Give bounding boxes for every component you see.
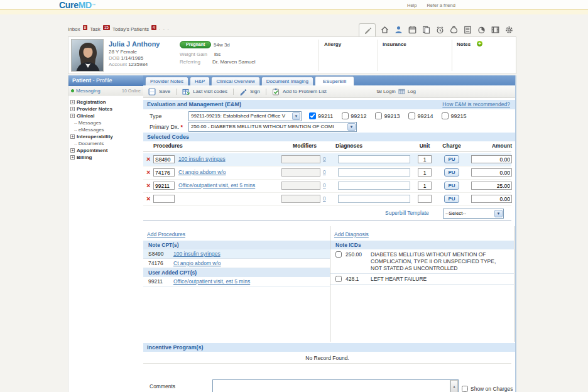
sidebar-item-appointment[interactable]: Appointment bbox=[70, 147, 143, 154]
calendar-icon[interactable] bbox=[408, 25, 417, 35]
procedure-name-link[interactable]: 100 insulin syringes bbox=[178, 156, 226, 162]
dropdown-arrow-icon[interactable]: ▼ bbox=[292, 112, 300, 120]
price-update-button[interactable]: PU bbox=[444, 168, 459, 177]
procedure-code-input[interactable] bbox=[153, 182, 175, 190]
sidebar-item-interoperability[interactable]: Interoperability bbox=[70, 133, 143, 140]
todays-patients-link[interactable]: Today's Patients bbox=[112, 26, 149, 32]
dropdown-arrow-icon[interactable]: ▼ bbox=[494, 210, 503, 217]
checkbox-99215[interactable] bbox=[442, 112, 449, 119]
alarm-clock-icon[interactable] bbox=[435, 25, 445, 35]
price-update-button[interactable]: PU bbox=[444, 182, 459, 190]
expand-icon[interactable] bbox=[70, 100, 75, 104]
primary-dx-select[interactable]: 250.00 - DIABETES MELLITUS WITHOUT MENTI… bbox=[188, 122, 357, 132]
unit-input[interactable] bbox=[418, 195, 432, 203]
price-update-button[interactable]: PU bbox=[444, 195, 459, 203]
delete-row-icon[interactable]: × bbox=[146, 168, 150, 177]
billing-moneybag-icon[interactable] bbox=[449, 25, 459, 35]
media-film-icon[interactable] bbox=[491, 25, 500, 35]
task-link[interactable]: Task bbox=[90, 26, 100, 32]
patient-name[interactable]: Julia J Anthony bbox=[109, 40, 160, 48]
cpt-name-link[interactable]: Ct angio abdom w/o bbox=[173, 260, 221, 266]
modifier-count-link[interactable]: 0 bbox=[323, 156, 326, 162]
diagnosis-input[interactable] bbox=[338, 182, 410, 190]
procedure-name-link[interactable]: Ct angio abdom w/o bbox=[178, 169, 226, 175]
icd-checkbox[interactable] bbox=[335, 251, 342, 258]
expand-icon[interactable] bbox=[70, 148, 75, 153]
tab-provider-notes[interactable]: Provider Notes bbox=[145, 77, 188, 85]
patient-icon[interactable] bbox=[394, 25, 403, 35]
scroll-up-icon[interactable]: ▲ bbox=[450, 380, 458, 392]
icd-checkbox[interactable] bbox=[335, 276, 342, 282]
em-type-select[interactable]: 99211-99215: Established Patient Office … bbox=[188, 111, 302, 121]
modifier-input[interactable] bbox=[281, 195, 320, 203]
modifier-count-link[interactable]: 0 bbox=[323, 195, 326, 202]
add-to-problem-list-button[interactable]: Add to Problem List bbox=[283, 89, 327, 94]
last-visit-codes-button[interactable]: Last visit codes bbox=[193, 89, 227, 94]
comments-textarea[interactable] bbox=[213, 380, 450, 392]
modifier-count-link[interactable]: 0 bbox=[323, 169, 326, 175]
refer-a-friend-link[interactable]: Refer a friend bbox=[427, 3, 455, 8]
amount-input[interactable] bbox=[471, 195, 512, 203]
expand-icon[interactable] bbox=[70, 155, 75, 160]
modifier-count-link[interactable]: 0 bbox=[323, 182, 326, 188]
textarea-scrollbar[interactable]: ▲▼ bbox=[450, 380, 458, 392]
expand-icon[interactable] bbox=[70, 134, 75, 139]
procedure-code-input[interactable] bbox=[153, 155, 175, 163]
amount-input[interactable] bbox=[471, 168, 512, 177]
cpt-name-link[interactable]: Office/outpatient visit, est 5 mins bbox=[173, 278, 250, 285]
add-diagnosis-link[interactable]: Add Diagnosis bbox=[334, 231, 369, 237]
expand-icon[interactable] bbox=[70, 107, 75, 111]
checkbox-99213[interactable] bbox=[375, 112, 382, 119]
expand-icon[interactable] bbox=[70, 114, 75, 118]
log-link[interactable]: Log bbox=[408, 89, 416, 94]
superbill-template-select[interactable]: --Select-- ▼ bbox=[443, 209, 504, 219]
sidebar-item-emessages[interactable]: eMessages bbox=[70, 126, 143, 133]
save-button[interactable]: Save bbox=[159, 89, 170, 94]
more-ellipsis[interactable]: · · · bbox=[159, 26, 170, 32]
amount-input[interactable] bbox=[471, 155, 512, 163]
sidebar-item-clinical[interactable]: Clinical bbox=[70, 112, 143, 119]
inbox-link[interactable]: Inbox bbox=[68, 26, 80, 32]
sidebar-item-messages[interactable]: Messages bbox=[70, 119, 143, 126]
modifier-input[interactable] bbox=[281, 168, 320, 177]
diagnosis-input[interactable] bbox=[338, 168, 410, 177]
add-procedures-link[interactable]: Add Procedures bbox=[147, 231, 185, 237]
how-em-recommended-link[interactable]: How E&M is recommended? bbox=[442, 100, 510, 109]
checkbox-99214[interactable] bbox=[408, 112, 415, 119]
unit-input[interactable] bbox=[418, 168, 432, 177]
sign-button[interactable]: Sign bbox=[250, 89, 260, 94]
price-update-button[interactable]: PU bbox=[444, 155, 459, 163]
home-icon[interactable] bbox=[380, 25, 389, 35]
documents-icon[interactable] bbox=[422, 25, 431, 35]
tab-esuperbill[interactable]: ESuperBill bbox=[315, 76, 354, 85]
procedure-code-input[interactable] bbox=[153, 195, 175, 203]
sidebar-item-provider-notes[interactable]: Provider Notes bbox=[70, 106, 143, 112]
sidebar-item-registration[interactable]: Registration bbox=[70, 99, 143, 106]
help-link[interactable]: Help bbox=[407, 3, 416, 8]
delete-row-icon[interactable]: × bbox=[146, 182, 150, 190]
diagnosis-input[interactable] bbox=[338, 195, 410, 203]
report-icon[interactable] bbox=[463, 25, 472, 35]
sidebar-item-documents[interactable]: Documents bbox=[70, 140, 143, 147]
modifier-input[interactable] bbox=[281, 155, 320, 163]
sidebar-item-billing[interactable]: Billing bbox=[70, 154, 143, 161]
checkbox-99212[interactable] bbox=[342, 112, 349, 119]
checkbox-99211[interactable] bbox=[309, 112, 316, 119]
portal-login-link[interactable]: tal Login bbox=[376, 89, 395, 94]
cpt-name-link[interactable]: 100 insulin syringes bbox=[173, 251, 220, 257]
modifier-input[interactable] bbox=[281, 182, 320, 190]
pie-chart-icon[interactable] bbox=[477, 25, 486, 35]
tab-document-imaging[interactable]: Document Imaging bbox=[261, 77, 313, 85]
settings-gear-icon[interactable] bbox=[504, 25, 514, 35]
add-note-plus-icon[interactable]: + bbox=[477, 41, 482, 46]
diagnosis-input[interactable] bbox=[338, 155, 410, 163]
procedure-name-link[interactable]: Office/outpatient visit, est 5 mins bbox=[178, 182, 255, 188]
delete-row-icon[interactable]: × bbox=[146, 155, 150, 163]
amount-input[interactable] bbox=[471, 182, 512, 190]
sidebar-item-messaging[interactable]: Messaging 10 Online bbox=[68, 86, 143, 95]
show-on-charges-checkbox[interactable] bbox=[462, 386, 468, 392]
dropdown-arrow-icon[interactable]: ▼ bbox=[347, 123, 356, 131]
tab-clinical-overview[interactable]: Clinical Overview bbox=[211, 77, 259, 85]
unit-input[interactable] bbox=[418, 155, 432, 163]
unit-input[interactable] bbox=[418, 182, 432, 190]
